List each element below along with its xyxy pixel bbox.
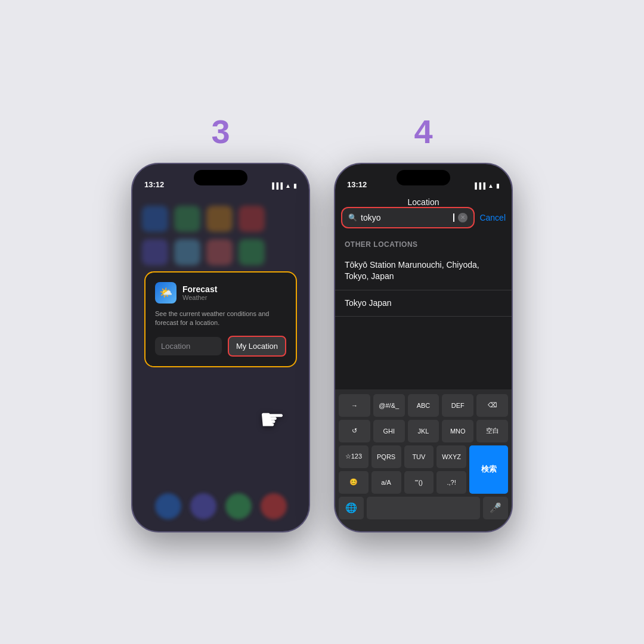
kb-pqrs-key[interactable]: PQRS bbox=[371, 445, 401, 468]
clear-search-button[interactable]: ✕ bbox=[458, 213, 467, 222]
kb-bottom-row: 🌐 🎤 bbox=[339, 497, 508, 519]
signal-icon: ▐▐▐ bbox=[270, 182, 283, 189]
signal-icon-4: ▐▐▐ bbox=[473, 182, 485, 189]
kb-aa-key[interactable]: a/A bbox=[371, 471, 401, 494]
other-locations-label: Other Locations bbox=[345, 240, 418, 249]
widget-app-info: Forecast Weather bbox=[182, 284, 217, 301]
phone4-background: 13:12 ▐▐▐ ▲ ▮ Location 🔍 bbox=[335, 164, 512, 531]
location-title: Location bbox=[408, 197, 439, 207]
kb-space-key[interactable] bbox=[367, 497, 480, 519]
bg-app-4 bbox=[239, 206, 265, 232]
widget-description: See the current weather conditions and f… bbox=[155, 309, 286, 328]
phone3: 13:12 ▐▐▐ ▲ ▮ bbox=[131, 163, 310, 532]
step4-wrapper: 4 13:12 ▐▐▐ ▲ ▮ bbox=[334, 112, 513, 532]
forecast-app-icon: 🌤️ bbox=[155, 282, 177, 304]
search-input-wrapper[interactable]: 🔍 tokyo ✕ bbox=[341, 207, 475, 228]
kb-row-3-wrapper: ☆123 PQRS TUV WXYZ 😊 a/A '"() .,?! bbox=[339, 445, 508, 494]
bg-app-2 bbox=[174, 206, 200, 232]
main-container: 3 13:12 ▐▐▐ ▲ ▮ bbox=[107, 88, 537, 556]
dock-icon-1 bbox=[155, 493, 181, 519]
kb-ghi-key[interactable]: GHI bbox=[373, 420, 405, 442]
location-result-text-2: Tokyo Japan bbox=[345, 298, 502, 309]
kb-abc-key[interactable]: ABC bbox=[408, 394, 439, 417]
phone3-background: 13:12 ▐▐▐ ▲ ▮ bbox=[132, 164, 309, 531]
kb-backspace-key[interactable]: ⌫ bbox=[476, 394, 508, 417]
status-icons-3: ▐▐▐ ▲ ▮ bbox=[270, 182, 297, 189]
location-result-text-1: Tōkyō Station Marunouchi, Chiyoda,Tokyo,… bbox=[345, 259, 502, 283]
search-bar-container[interactable]: 🔍 tokyo ✕ Cancel bbox=[341, 207, 506, 228]
widget-app-name: Forecast bbox=[182, 284, 217, 294]
time-3: 13:12 bbox=[144, 180, 164, 189]
bg-app-1 bbox=[142, 206, 168, 232]
my-location-button[interactable]: My Location bbox=[228, 336, 286, 357]
widget-popup: 🌤️ Forecast Weather See the current weat… bbox=[144, 271, 297, 368]
kb-emoji-key[interactable]: 😊 bbox=[339, 471, 369, 494]
location-result-1[interactable]: Tōkyō Station Marunouchi, Chiyoda,Tokyo,… bbox=[335, 252, 512, 290]
kb-mno-key[interactable]: MNO bbox=[442, 420, 473, 442]
cancel-button[interactable]: Cancel bbox=[479, 213, 506, 222]
phone3-screen: 13:12 ▐▐▐ ▲ ▮ bbox=[132, 164, 309, 531]
dock-icon-3 bbox=[225, 493, 252, 519]
kb-row-2: ↺ GHI JKL MNO 空白 bbox=[339, 420, 508, 442]
kb-row-1: → @#/&_ ABC DEF ⌫ bbox=[339, 394, 508, 417]
bg-app-7 bbox=[206, 239, 233, 265]
kb-space-jp-key[interactable]: 空白 bbox=[476, 420, 508, 442]
kb-row-3-left: ☆123 PQRS TUV WXYZ 😊 a/A '"() .,?! bbox=[339, 445, 466, 494]
phone4-screen: 13:12 ▐▐▐ ▲ ▮ Location 🔍 bbox=[335, 164, 512, 531]
search-icon: 🔍 bbox=[348, 213, 357, 222]
text-cursor bbox=[453, 213, 454, 222]
kb-quotes-key[interactable]: '"() bbox=[404, 471, 434, 494]
kb-wxyz-key[interactable]: WXYZ bbox=[436, 445, 466, 468]
kb-search-key[interactable]: 検索 bbox=[469, 445, 508, 494]
kb-row-4: 😊 a/A '"() .,?! bbox=[339, 471, 466, 494]
bg-app-8 bbox=[239, 239, 265, 265]
hand-cursor-icon: ☛ bbox=[259, 402, 285, 436]
widget-header: 🌤️ Forecast Weather bbox=[155, 282, 286, 304]
kb-undo-key[interactable]: ↺ bbox=[339, 420, 370, 442]
search-text[interactable]: tokyo bbox=[361, 213, 449, 222]
bg-app-5 bbox=[142, 239, 168, 265]
weather-icon: 🌤️ bbox=[159, 286, 172, 299]
location-result-2[interactable]: Tokyo Japan bbox=[335, 290, 512, 317]
dock-icon-4 bbox=[261, 493, 287, 519]
bottom-dock bbox=[150, 493, 291, 519]
power-button-4 bbox=[512, 259, 513, 300]
time-4: 13:12 bbox=[347, 180, 367, 189]
kb-def-key[interactable]: DEF bbox=[442, 394, 473, 417]
phone4: 13:12 ▐▐▐ ▲ ▮ Location 🔍 bbox=[334, 163, 513, 532]
dynamic-island-4 bbox=[397, 170, 450, 185]
status-icons-4: ▐▐▐ ▲ ▮ bbox=[473, 182, 500, 189]
kb-arrow-key[interactable]: → bbox=[339, 394, 370, 417]
widget-location-field[interactable]: Location bbox=[155, 337, 222, 355]
kb-row-3: ☆123 PQRS TUV WXYZ bbox=[339, 445, 466, 468]
kb-microphone-key[interactable]: 🎤 bbox=[483, 497, 508, 519]
wifi-icon: ▲ bbox=[285, 182, 291, 189]
kb-num-key[interactable]: ☆123 bbox=[339, 445, 369, 468]
widget-actions: Location My Location bbox=[155, 336, 286, 357]
kb-symbols-key[interactable]: @#/&_ bbox=[373, 394, 405, 417]
kb-punct-key[interactable]: .,?! bbox=[436, 471, 466, 494]
kb-tuv-key[interactable]: TUV bbox=[404, 445, 434, 468]
on-screen-keyboard: → @#/&_ ABC DEF ⌫ ↺ GHI JKL MNO 空白 bbox=[335, 389, 512, 531]
bg-app-3 bbox=[206, 206, 233, 232]
dock-icon-2 bbox=[190, 493, 216, 519]
step3-wrapper: 3 13:12 ▐▐▐ ▲ ▮ bbox=[131, 112, 310, 532]
battery-icon: ▮ bbox=[293, 182, 297, 189]
wifi-icon-4: ▲ bbox=[488, 182, 494, 189]
kb-jkl-key[interactable]: JKL bbox=[408, 420, 439, 442]
blurred-apps-bg bbox=[132, 200, 309, 271]
battery-icon-4: ▮ bbox=[496, 182, 500, 189]
power-button bbox=[309, 259, 310, 300]
widget-app-category: Weather bbox=[182, 294, 217, 301]
kb-globe-key[interactable]: 🌐 bbox=[339, 497, 364, 519]
step3-number: 3 bbox=[211, 112, 230, 151]
step4-number: 4 bbox=[414, 112, 432, 151]
bg-app-6 bbox=[174, 239, 200, 265]
dynamic-island-3 bbox=[194, 170, 247, 185]
